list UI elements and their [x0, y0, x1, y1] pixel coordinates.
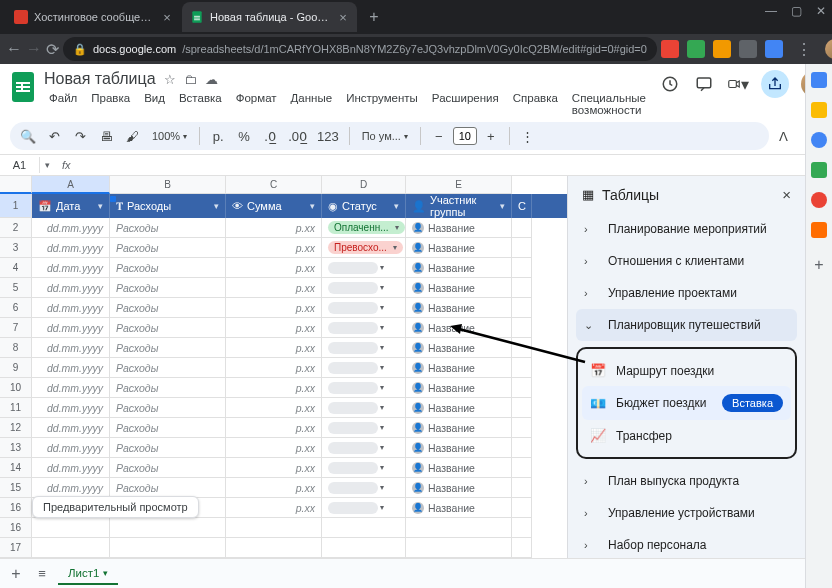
cell[interactable]: р.xx [226, 378, 322, 398]
cell[interactable]: 👤Название [406, 318, 512, 338]
cell[interactable] [512, 458, 532, 478]
cell[interactable] [512, 538, 532, 558]
cell[interactable] [512, 258, 532, 278]
row-header[interactable]: 16 [0, 518, 32, 538]
add-sheet-button[interactable]: + [6, 565, 26, 583]
extension-icon[interactable] [765, 40, 783, 58]
redo-button[interactable]: ↷ [68, 124, 92, 148]
cell[interactable]: Расходы [110, 478, 226, 498]
cloud-icon[interactable]: ☁ [205, 72, 218, 87]
cell[interactable]: dd.mm.yyyy [32, 398, 110, 418]
cell[interactable]: р.xx [226, 298, 322, 318]
close-icon[interactable]: × [337, 11, 349, 23]
row-header[interactable]: 13 [0, 438, 32, 458]
profile-avatar[interactable] [825, 39, 832, 59]
close-panel-button[interactable]: × [782, 186, 791, 203]
row-header[interactable]: 17 [0, 538, 32, 558]
cell[interactable]: ▾ [322, 458, 406, 478]
close-window-icon[interactable]: ✕ [816, 4, 826, 18]
table-header-1[interactable]: 𝐓Расходы▾ [110, 194, 226, 218]
cell[interactable]: Расходы [110, 398, 226, 418]
decrease-decimal-button[interactable]: .0̲ [258, 124, 282, 148]
keep-addon-icon[interactable] [811, 102, 827, 118]
cell[interactable] [226, 518, 322, 538]
browser-tab-0[interactable]: Хостинговое сообщество «Tin × [6, 2, 181, 32]
browser-tab-1[interactable]: Новая таблица - Google Табл × [182, 2, 357, 32]
insert-button[interactable]: Вставка [722, 394, 783, 412]
all-sheets-button[interactable]: ≡ [32, 566, 52, 581]
cell[interactable] [512, 338, 532, 358]
cell[interactable]: Расходы [110, 358, 226, 378]
cell[interactable] [512, 278, 532, 298]
back-button[interactable]: ← [6, 36, 22, 62]
cell[interactable]: 👤Название [406, 458, 512, 478]
row-header[interactable]: 7 [0, 318, 32, 338]
cell[interactable]: Превосхо...▾ [322, 238, 406, 258]
panel-group-1[interactable]: ›Отношения с клиентами [576, 245, 797, 277]
cell[interactable]: 👤Название [406, 338, 512, 358]
document-title[interactable]: Новая таблица [44, 70, 156, 88]
panel-group-6[interactable]: ›Набор персонала [576, 529, 797, 558]
calendar-addon-icon[interactable] [811, 72, 827, 88]
cell[interactable]: 👤Название [406, 238, 512, 258]
cell[interactable] [512, 218, 532, 238]
cell[interactable]: ▾ [322, 258, 406, 278]
cell[interactable] [512, 438, 532, 458]
cell[interactable]: 👤Название [406, 438, 512, 458]
cell[interactable]: Расходы [110, 318, 226, 338]
sheet-tab-menu[interactable]: ▾ [103, 568, 108, 578]
extension-icon[interactable] [687, 40, 705, 58]
contacts-addon-icon[interactable] [811, 162, 827, 178]
cell[interactable]: Расходы [110, 258, 226, 278]
cell[interactable]: 👤Название [406, 278, 512, 298]
cell[interactable]: р.xx [226, 258, 322, 278]
cell[interactable]: Расходы [110, 338, 226, 358]
cell[interactable]: 👤Название [406, 378, 512, 398]
table-header-3[interactable]: ◉Статус▾ [322, 194, 406, 218]
cell[interactable]: dd.mm.yyyy [32, 318, 110, 338]
more-toolbar-button[interactable]: ⋮ [516, 124, 540, 148]
share-button[interactable] [761, 70, 789, 98]
cell[interactable]: 👤Название [406, 218, 512, 238]
col-header-A[interactable]: A [32, 176, 110, 194]
extension-icon[interactable] [739, 40, 757, 58]
menu-Расширения[interactable]: Расширения [427, 90, 504, 118]
maximize-icon[interactable]: ▢ [791, 4, 802, 18]
cell[interactable]: р.xx [226, 458, 322, 478]
col-header-B[interactable]: B [110, 176, 226, 194]
table-header-0[interactable]: 📅Дата▾ [32, 194, 110, 218]
extension-icon[interactable] [661, 40, 679, 58]
row-header[interactable]: 15 [0, 478, 32, 498]
cell[interactable]: dd.mm.yyyy [32, 238, 110, 258]
tasks-addon-icon[interactable] [811, 132, 827, 148]
cell[interactable] [512, 398, 532, 418]
cell[interactable]: р.xx [226, 278, 322, 298]
table-header-2[interactable]: 👁Сумма▾ [226, 194, 322, 218]
row-header[interactable]: 5 [0, 278, 32, 298]
name-box[interactable]: A1 [0, 157, 40, 173]
paint-format-button[interactable]: 🖌 [120, 124, 144, 148]
cell[interactable]: dd.mm.yyyy [32, 338, 110, 358]
cell[interactable]: 👤Название [406, 358, 512, 378]
col-header-C[interactable]: C [226, 176, 322, 194]
row-header[interactable]: 12 [0, 418, 32, 438]
cell[interactable]: ▾ [322, 358, 406, 378]
search-menus-button[interactable]: 🔍 [16, 124, 40, 148]
row-header[interactable]: 8 [0, 338, 32, 358]
panel-group-5[interactable]: ›Управление устройствами [576, 497, 797, 529]
get-addons-button[interactable]: + [814, 256, 823, 274]
menu-Формат[interactable]: Формат [231, 90, 282, 118]
cell[interactable]: dd.mm.yyyy [32, 298, 110, 318]
font-select[interactable]: По ум...▾ [356, 124, 414, 148]
menu-Специальные возможности[interactable]: Специальные возможности [567, 90, 651, 118]
cell[interactable] [32, 518, 110, 538]
cell[interactable]: ▾ [322, 418, 406, 438]
menu-Правка[interactable]: Правка [86, 90, 135, 118]
cell[interactable]: Оплаченн...▾ [322, 218, 406, 238]
collapse-toolbar-button[interactable]: ᐱ [771, 124, 795, 148]
cell[interactable]: dd.mm.yyyy [32, 478, 110, 498]
cell[interactable]: dd.mm.yyyy [32, 358, 110, 378]
cell[interactable]: 👤Название [406, 258, 512, 278]
cell[interactable]: dd.mm.yyyy [32, 258, 110, 278]
cell[interactable] [110, 518, 226, 538]
